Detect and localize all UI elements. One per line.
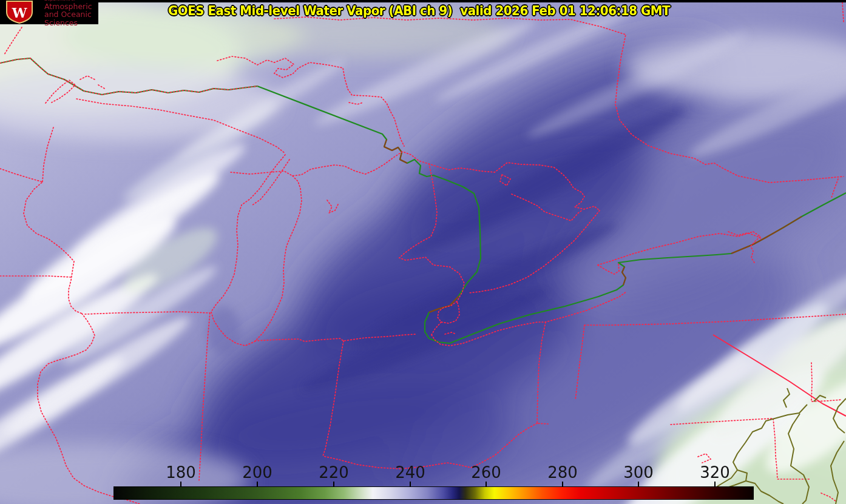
header-strip xyxy=(0,0,846,2)
image-title: GOES East Mid-level Water Vapor (ABI ch … xyxy=(168,3,670,18)
uw-logo-block: W Department of Atmospheric and Oceanic … xyxy=(0,0,98,24)
colorbar-gradient xyxy=(113,486,754,500)
uw-crest-logo: W xyxy=(4,1,39,24)
water-vapor-field xyxy=(0,0,846,504)
weather-map-page: 180200220240260280300320 W Department of… xyxy=(0,0,846,504)
logo-line2: and Oceanic Sciences xyxy=(44,10,98,26)
logo-text: Department of Atmospheric and Oceanic Sc… xyxy=(44,0,98,27)
crest-letter: W xyxy=(12,5,27,21)
